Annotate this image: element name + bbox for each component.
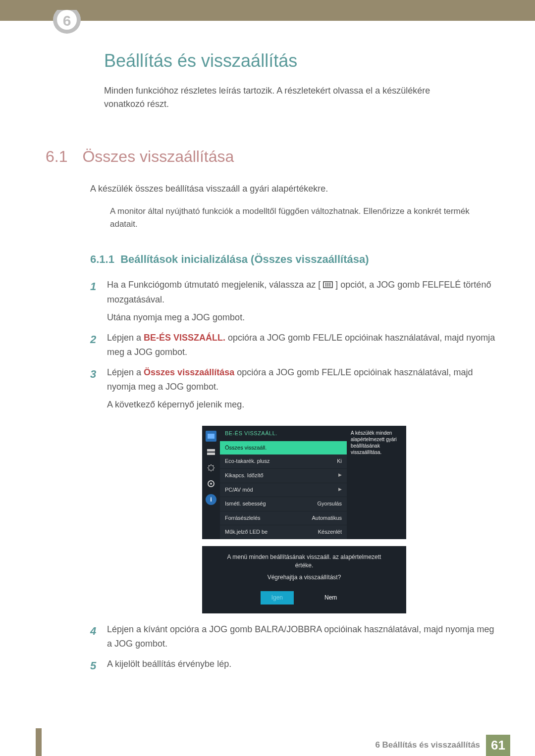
step-number: 1 [90, 278, 96, 295]
svg-text:6: 6 [63, 12, 71, 29]
screen-icon [206, 447, 216, 457]
osd-dialog: A menü minden beállításának visszaáll. a… [202, 546, 406, 613]
osd-row-label: Ismétl. sebesség [225, 500, 266, 508]
osd-sidebar: i [202, 426, 220, 539]
osd-row-label: Műk.jelző LED be [225, 528, 268, 537]
osd-row: Ismétl. sebességGyorsulás [220, 497, 347, 511]
dialog-question: Végrehajtja a visszaállítást? [211, 573, 397, 582]
footer-chapter: 6 Beállítás és visszaállítás [375, 740, 480, 750]
step-number: 3 [90, 365, 96, 383]
page-title: Beállítás és visszaállítás [104, 50, 535, 71]
dialog-text: A menü minden beállításának visszaáll. a… [226, 553, 382, 570]
osd-row-label: Eco-takarék. plusz [225, 457, 269, 466]
step-1: 1 Ha a Funkciógomb útmutató megjelenik, … [90, 278, 501, 325]
step-3: 3 Lépjen a Összes visszaállítása opcióra… [90, 365, 501, 613]
svg-rect-9 [207, 453, 215, 455]
bold-term: BE-ÉS VISSZAÁLL. [144, 333, 225, 343]
section-heading: 6.1 Összes visszaállítása [46, 148, 535, 166]
step-text: Lépjen a kívánt opcióra a JOG gomb BALRA… [107, 624, 494, 649]
osd-row-value: ▶ [338, 486, 342, 495]
osd-tooltip: A készülék minden alapértelmezett gyári … [347, 426, 406, 539]
picture-icon [206, 431, 216, 442]
step-number: 5 [90, 657, 96, 674]
intro-text: Minden funkcióhoz részletes leírás tarto… [104, 84, 466, 111]
osd-row-label: Kikapcs. Időzítő [225, 471, 264, 480]
osd-row: Eco-takarék. pluszKi [220, 454, 347, 468]
osd-row-value: ▶ [338, 471, 342, 480]
bold-term: Összes visszaállítása [144, 367, 234, 377]
osd-row: Műk.jelző LED beKészenlét [220, 525, 347, 539]
section-description: A készülék összes beállítása visszaáll a… [90, 184, 535, 194]
subsection-number: 6.1.1 [90, 253, 114, 265]
note-text: A monitor által nyújtható funkciók a mod… [110, 206, 470, 229]
svg-rect-8 [207, 449, 215, 452]
subsection-title: 6.1.1 Beállítások inicializálása (Összes… [90, 253, 535, 266]
step-text: Ha a Funkciógomb útmutató megjelenik, vá… [107, 280, 321, 290]
step-text: Lépjen a [107, 367, 144, 377]
osd-header: BE-ÉS VISSZAÁLL. [220, 426, 347, 441]
step-text: Lépjen a [107, 333, 144, 343]
settings-icon [206, 478, 216, 489]
osd-row-label: PC/AV mód [225, 486, 253, 495]
note: A monitor által nyújtható funkciók a mod… [90, 205, 496, 230]
osd-selected-row: Összes visszaáll. [220, 441, 347, 455]
footer: 6 Beállítás és visszaállítás 61 [0, 734, 535, 756]
osd-row-label: Forrásészlelés [225, 514, 261, 523]
dialog-yes-button[interactable]: Igen [261, 591, 294, 605]
osd-row-value: Gyorsulás [317, 500, 342, 508]
menu-icon [323, 278, 333, 293]
osd-row: Kikapcs. Időzítő▶ [220, 468, 347, 483]
info-icon: i [206, 494, 216, 505]
subsection-name: Beállítások inicializálása (Összes vissz… [120, 253, 369, 265]
section-number: 6.1 [46, 148, 80, 166]
osd-screenshot: i BE-ÉS VISSZAÁLL. Összes visszaáll. Eco… [202, 426, 406, 613]
svg-rect-7 [208, 434, 214, 439]
step-number: 2 [90, 331, 96, 348]
step-number: 4 [90, 622, 96, 640]
options-icon [206, 462, 216, 473]
step-text: A következő képernyő jelenik meg. [107, 398, 501, 412]
step-5: 5 A kijelölt beállítás érvénybe lép. [90, 657, 501, 671]
section-title: Összes visszaállítása [82, 148, 234, 165]
step-4: 4 Lépjen a kívánt opcióra a JOG gomb BAL… [90, 622, 501, 651]
osd-row-value: Ki [337, 457, 342, 466]
svg-point-11 [210, 483, 212, 485]
step-2: 2 Lépjen a BE-ÉS VISSZAÁLL. opcióra a JO… [90, 331, 501, 359]
osd-row-value: Automatikus [312, 514, 342, 523]
step-text: Utána nyomja meg a JOG gombot. [107, 310, 501, 325]
step-text: A kijelölt beállítás érvénybe lép. [107, 659, 231, 669]
osd-row: PC/AV mód▶ [220, 483, 347, 497]
osd-row-value: Készenlét [318, 528, 342, 537]
footer-page-number: 61 [486, 735, 510, 756]
dialog-no-button[interactable]: Nem [314, 591, 348, 605]
osd-row: ForrásészlelésAutomatikus [220, 511, 347, 525]
osd-main: BE-ÉS VISSZAÁLL. Összes visszaáll. Eco-t… [220, 426, 347, 539]
chapter-icon: 6 [50, 10, 84, 40]
